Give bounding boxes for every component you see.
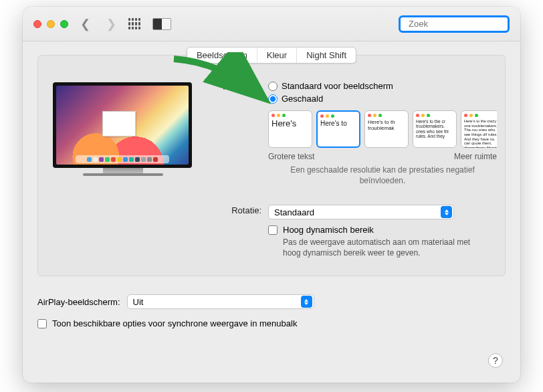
toolbar: ❮ ❯ [23, 7, 520, 41]
scale-option-4[interactable]: Here's to the cr troublemakers. ones who… [413, 110, 457, 148]
display-preview [53, 82, 193, 265]
forward-button[interactable]: ❯ [106, 17, 116, 31]
display-icon [152, 18, 171, 30]
resolution-default-label: Standaard voor beeldscherm [282, 81, 393, 91]
resolution-scaled-label: Geschaald [282, 94, 323, 104]
dock-preview [76, 155, 169, 163]
resolution-default-radio[interactable]: Standaard voor beeldscherm [268, 81, 497, 91]
tab-nightshift[interactable]: Night Shift [297, 47, 356, 63]
more-space-label: Meer ruimte [454, 152, 497, 161]
show-all-button[interactable] [128, 18, 140, 30]
select-chevrons-icon [441, 206, 452, 218]
nav-arrows: ❮ ❯ [80, 17, 116, 31]
scaling-thumbnails: Here's Here's to Here's to th troublemak [268, 110, 497, 148]
hdr-label: Hoog dynamisch bereik [283, 225, 374, 235]
sync-menubar-checkbox[interactable]: Toon beschikbare opties voor synchrone w… [37, 318, 506, 328]
hdr-checkbox[interactable]: Hoog dynamisch bereik [268, 225, 455, 235]
sync-menubar-label: Toon beschikbare opties voor synchrone w… [52, 318, 297, 328]
select-chevrons-icon [301, 296, 312, 308]
larger-text-label: Grotere tekst [268, 152, 314, 161]
scale-option-3[interactable]: Here's to th troublemak [364, 110, 409, 148]
scale-option-5[interactable]: Here's to the crazy one troublemakers. T… [461, 110, 497, 148]
lower-section: AirPlay-beeldscherm: Uit Toon beschikbar… [37, 294, 506, 328]
rotation-label: Rotatie: [211, 205, 268, 215]
airplay-value: Uit [133, 297, 144, 307]
tab-display[interactable]: Beeldscherm [187, 47, 257, 63]
tab-color[interactable]: Kleur [257, 47, 297, 63]
hdr-note: Pas de weergave automatisch aan om mater… [283, 237, 477, 258]
scale-option-1[interactable]: Here's [268, 110, 312, 148]
airplay-select[interactable]: Uit [127, 294, 314, 309]
help-button[interactable]: ? [488, 353, 503, 368]
resolution-label: Resolutie: [211, 81, 268, 92]
traffic-lights [33, 20, 68, 28]
content-pane: Beeldscherm Kleur Night Shift [37, 55, 506, 276]
rotation-value: Standaard [274, 207, 314, 217]
displays-prefpane-window: ❮ ❯ Beeldscherm Kleur Night Shift [23, 7, 520, 383]
scaled-warning: Een geschaalde resolutie kan de prestati… [268, 165, 497, 186]
close-window-button[interactable] [33, 20, 41, 28]
zoom-window-button[interactable] [60, 20, 68, 28]
resolution-scaled-radio[interactable]: Geschaald [268, 94, 497, 104]
settings-column: Resolutie: Standaard voor beeldscherm Ge… [211, 74, 497, 265]
search-input[interactable] [409, 19, 520, 29]
back-button[interactable]: ❮ [80, 17, 90, 31]
minimize-window-button[interactable] [47, 20, 55, 28]
rotation-select[interactable]: Standaard [268, 205, 454, 219]
airplay-label: AirPlay-beeldscherm: [37, 297, 120, 307]
tab-bar: Beeldscherm Kleur Night Shift [187, 47, 356, 64]
scale-option-2[interactable]: Here's to [316, 110, 360, 148]
search-field[interactable] [399, 15, 510, 33]
